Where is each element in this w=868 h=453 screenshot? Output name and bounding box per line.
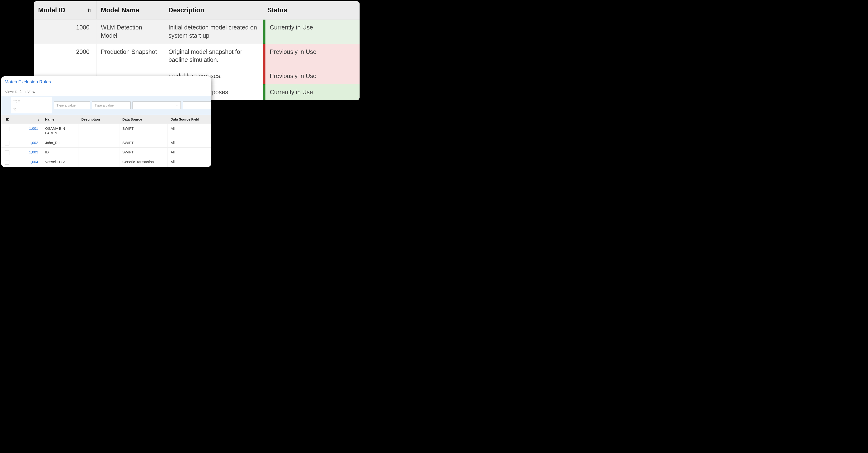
col-dsf[interactable]: Data Source Field [168, 115, 206, 124]
model-id-cell: 1000 [34, 20, 96, 44]
model-id-cell: 2000 [34, 44, 96, 68]
model-desc-cell: Original model snapshot for baeline simu… [164, 44, 263, 68]
rule-name-cell: Vessel TESS [42, 157, 79, 167]
col-description[interactable]: Description [164, 1, 263, 19]
rules-table-header: ID ↑↓ Name Description Data Source Data … [1, 115, 211, 124]
col-id-label: ID [6, 117, 9, 121]
models-table-header: Model ID Model Name Description Status [34, 1, 360, 19]
col-model-id[interactable]: Model ID [34, 1, 96, 19]
table-row[interactable]: 2000Production SnapshotOriginal model sn… [34, 44, 360, 68]
row-checkbox[interactable] [5, 150, 9, 155]
model-name-cell: Production Snapshot [96, 44, 164, 68]
col-model-name[interactable]: Model Name [96, 1, 164, 19]
rule-id-link[interactable]: 1,003 [1, 148, 42, 157]
rule-name-cell: ID [42, 148, 79, 157]
col-model-name-label: Model Name [101, 6, 139, 14]
col-description-label: Description [168, 6, 205, 14]
chevron-down-icon: ⌄ [176, 104, 178, 107]
row-checkbox[interactable] [5, 127, 9, 131]
col-name[interactable]: Name [42, 115, 79, 124]
id-range-filter[interactable]: from to [11, 97, 52, 113]
panel-title: Match Exclusion Rules [1, 76, 211, 87]
row-checkbox[interactable] [5, 141, 9, 145]
sort-icon[interactable] [87, 8, 92, 13]
rule-desc-cell [79, 124, 119, 138]
rule-ds-cell: GenericTransaction [119, 157, 168, 167]
rule-desc-cell [79, 148, 119, 157]
col-model-id-label: Model ID [38, 6, 65, 14]
rule-desc-cell [79, 138, 119, 148]
col-desc[interactable]: Description [79, 115, 119, 124]
sort-icon[interactable]: ↑↓ [36, 118, 39, 121]
col-ds-label: Data Source [122, 117, 142, 121]
col-dsf-label: Data Source Field [170, 117, 199, 121]
row-checkbox[interactable] [5, 160, 9, 165]
col-desc-label: Description [81, 117, 100, 121]
table-row[interactable]: 1,003IDSWIFTAll [1, 148, 211, 157]
col-status[interactable]: Status [263, 1, 360, 19]
rule-ds-cell: SWIFT [119, 124, 168, 138]
table-row[interactable]: 1,002John_RuSWIFTAll [1, 138, 211, 148]
filter-row: from to Type a value Type a value ⌄ ⌄ [1, 96, 211, 115]
rule-dsf-cell: All [168, 124, 206, 138]
description-filter-input[interactable]: Type a value [92, 102, 130, 109]
rule-name-cell: OSAMA BIN LADEN [42, 124, 79, 138]
table-row[interactable]: 1,001OSAMA BIN LADENSWIFTAll [1, 124, 211, 138]
col-ds[interactable]: Data Source [119, 115, 168, 124]
id-to-input[interactable]: to [11, 105, 52, 113]
data-source-filter-select[interactable]: ⌄ [132, 102, 181, 109]
col-name-label: Name [45, 117, 54, 121]
name-filter-input[interactable]: Type a value [54, 102, 90, 109]
id-from-input[interactable]: from [11, 97, 52, 105]
rule-dsf-cell: All [168, 157, 206, 167]
view-label: View: [5, 90, 14, 94]
table-row[interactable]: 1,004Vessel TESSGenericTransactionAll [1, 157, 211, 167]
model-name-cell: WLM Detection Model [96, 20, 164, 44]
status-badge: Previously in Use [263, 44, 360, 68]
rule-id-link[interactable]: 1,001 [1, 124, 42, 138]
status-badge: Currently in Use [263, 84, 360, 100]
view-value: Default View [15, 90, 35, 94]
status-badge: Previously in Use [263, 68, 360, 84]
rule-id-link[interactable]: 1,002 [1, 138, 42, 148]
status-badge: Currently in Use [263, 20, 360, 44]
match-exclusion-panel: Match Exclusion Rules View: Default View… [1, 76, 211, 167]
rule-desc-cell [79, 157, 119, 167]
table-row[interactable]: 1000WLM Detection ModelInitial detection… [34, 19, 360, 44]
rule-name-cell: John_Ru [42, 138, 79, 148]
col-status-label: Status [267, 6, 287, 14]
model-desc-cell: Initial detection model created on syste… [164, 20, 263, 44]
rule-id-link[interactable]: 1,004 [1, 157, 42, 167]
col-id[interactable]: ID ↑↓ [1, 115, 42, 124]
rule-ds-cell: SWIFT [119, 138, 168, 148]
data-source-field-filter-select[interactable]: ⌄ [183, 102, 211, 109]
rule-dsf-cell: All [168, 148, 206, 157]
rule-ds-cell: SWIFT [119, 148, 168, 157]
view-indicator: View: Default View [1, 87, 211, 96]
rule-dsf-cell: All [168, 138, 206, 148]
